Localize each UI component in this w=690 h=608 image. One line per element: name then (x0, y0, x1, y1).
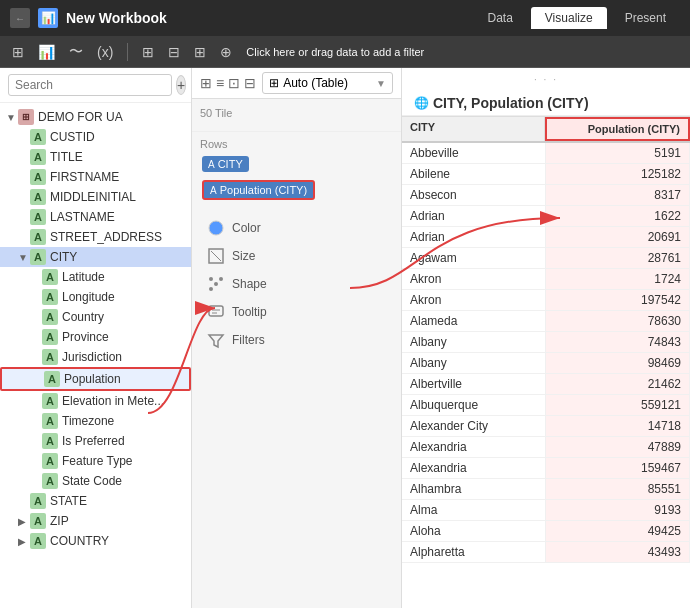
bar-chart-icon[interactable]: 📊 (34, 42, 59, 62)
grid-icon[interactable]: ⊞ (138, 42, 158, 62)
tree-item-population[interactable]: A Population (0, 367, 191, 391)
tree-root-item[interactable]: ▼ ⊞ DEMO FOR UA (0, 107, 191, 127)
cell-population: 28761 (546, 248, 690, 268)
table-row: Adrian 1622 (402, 206, 690, 227)
type-icon-country2: A (30, 533, 46, 549)
type-icon-latitude: A (42, 269, 58, 285)
tree-item-title[interactable]: A TITLE (0, 147, 191, 167)
tree-root-label: DEMO FOR UA (38, 110, 123, 124)
field-selector-dropdown[interactable]: ⊞ Auto (Table) ▼ (262, 72, 393, 94)
cell-population: 197542 (546, 290, 690, 310)
tree-item-province[interactable]: A Province (0, 327, 191, 347)
color-option[interactable]: Color (200, 214, 393, 242)
tree-item-middleinitial[interactable]: A MIDDLEINITIAL (0, 187, 191, 207)
tree-item-longitude[interactable]: A Longitude (0, 287, 191, 307)
cell-population: 8317 (546, 185, 690, 205)
tree-label-country2: COUNTRY (50, 534, 109, 548)
cell-city: Alexandria (402, 437, 546, 457)
table-row: Absecon 8317 (402, 185, 690, 206)
field-pill-city[interactable]: A CITY (202, 156, 249, 172)
cell-city: Alma (402, 500, 546, 520)
app-title: New Workbook (66, 10, 167, 26)
tree-item-state[interactable]: A STATE (0, 491, 191, 511)
tree-item-country[interactable]: A Country (0, 307, 191, 327)
type-icon-featuretype: A (42, 453, 58, 469)
split-icon[interactable]: ⊟ (164, 42, 184, 62)
tree-label-population: Population (64, 372, 121, 386)
tree-label-country: Country (62, 310, 104, 324)
nav-visualize[interactable]: Visualize (531, 7, 607, 29)
table-row: Albuquerque 559121 (402, 395, 690, 416)
tree-toggle-country2[interactable]: ▶ (18, 536, 30, 547)
view-icons: ⊞ ≡ ⊡ ⊟ (200, 75, 256, 91)
size-icon (206, 246, 226, 266)
tree-item-ispreferred[interactable]: A Is Preferred (0, 431, 191, 451)
table-row: Alma 9193 (402, 500, 690, 521)
cell-city: Abilene (402, 164, 546, 184)
tree-item-city[interactable]: ▼ A CITY (0, 247, 191, 267)
field-selector-icon: ⊞ (269, 76, 279, 90)
svg-point-5 (219, 277, 223, 281)
layout-icon[interactable]: ⊞ (190, 42, 210, 62)
tree-toggle-city[interactable]: ▼ (18, 252, 30, 263)
tree-item-zip[interactable]: ▶ A ZIP (0, 511, 191, 531)
cell-population: 125182 (546, 164, 690, 184)
field-selector-value: Auto (Table) (283, 76, 372, 90)
tooltip-option[interactable]: Tooltip (200, 298, 393, 326)
drag-handle: · · · (410, 74, 682, 85)
col-header-population: Population (CITY) (545, 117, 691, 141)
tree-item-elevation[interactable]: A Elevation in Mete... (0, 391, 191, 411)
tree-item-firstname[interactable]: A FIRSTNAME (0, 167, 191, 187)
pill-label-population: Population (CITY) (220, 184, 307, 196)
cell-city: Akron (402, 290, 546, 310)
settings-icon[interactable]: ⊡ (228, 75, 240, 91)
tree-toggle-zip[interactable]: ▶ (18, 516, 30, 527)
size-option[interactable]: Size (200, 242, 393, 270)
back-icon[interactable]: ← (10, 8, 30, 28)
nav-data[interactable]: Data (473, 7, 526, 29)
tree-item-jurisdiction[interactable]: A Jurisdiction (0, 347, 191, 367)
cell-city: Akron (402, 269, 546, 289)
type-icon-country: A (42, 309, 58, 325)
tree-item-custid[interactable]: A CUSTID (0, 127, 191, 147)
split-h-icon[interactable]: ⊟ (244, 75, 256, 91)
type-icon-middleinitial: A (30, 189, 46, 205)
grid-view-icon[interactable]: ⊞ (200, 75, 212, 91)
table-view-icon[interactable]: ⊞ (8, 42, 28, 62)
tree-toggle-root[interactable]: ▼ (6, 112, 18, 123)
type-icon-title: A (30, 149, 46, 165)
filter-add-icon[interactable]: ⊕ (216, 42, 236, 62)
list-view-icon[interactable]: ≡ (216, 75, 224, 91)
tree-label-jurisdiction: Jurisdiction (62, 350, 122, 364)
tree-label-middleinitial: MIDDLEINITIAL (50, 190, 136, 204)
filter-bar-text[interactable]: Click here or drag data to add a filter (242, 44, 682, 60)
field-pill-population[interactable]: A Population (CITY) (202, 180, 315, 200)
tree-label-elevation: Elevation in Mete... (62, 394, 164, 408)
center-panel: ⊞ ≡ ⊡ ⊟ ⊞ Auto (Table) ▼ 50 Tile (192, 68, 402, 608)
tree-item-country2[interactable]: ▶ A COUNTRY (0, 531, 191, 551)
filters-option[interactable]: Filters (200, 326, 393, 354)
tile-count: 50 Tile (200, 107, 232, 119)
function-icon[interactable]: (x) (93, 42, 117, 62)
tree-item-statecode[interactable]: A State Code (0, 471, 191, 491)
tree-item-latitude[interactable]: A Latitude (0, 267, 191, 287)
svg-point-3 (209, 277, 213, 281)
data-grid[interactable]: CITY Population (CITY) Abbeville 5191 Ab… (402, 116, 690, 608)
cell-population: 49425 (546, 521, 690, 541)
tree-label-longitude: Longitude (62, 290, 115, 304)
sidebar: + ▼ ⊞ DEMO FOR UA A CUSTID (0, 68, 192, 608)
data-title: CITY, Population (CITY) (433, 95, 589, 111)
tree-item-streetaddress[interactable]: A STREET_ADDRESS (0, 227, 191, 247)
nav-present[interactable]: Present (611, 7, 680, 29)
type-icon-statecode: A (42, 473, 58, 489)
add-field-button[interactable]: + (176, 75, 186, 95)
tree-label-featuretype: Feature Type (62, 454, 133, 468)
wave-icon[interactable]: 〜 (65, 41, 87, 63)
tree-item-timezone[interactable]: A Timezone (0, 411, 191, 431)
tree-label-lastname: LASTNAME (50, 210, 115, 224)
shape-option[interactable]: Shape (200, 270, 393, 298)
tree-item-featuretype[interactable]: A Feature Type (0, 451, 191, 471)
data-panel: · · · 🌐 CITY, Population (CITY) CITY Pop… (402, 68, 690, 608)
tree-item-lastname[interactable]: A LASTNAME (0, 207, 191, 227)
search-input[interactable] (8, 74, 172, 96)
